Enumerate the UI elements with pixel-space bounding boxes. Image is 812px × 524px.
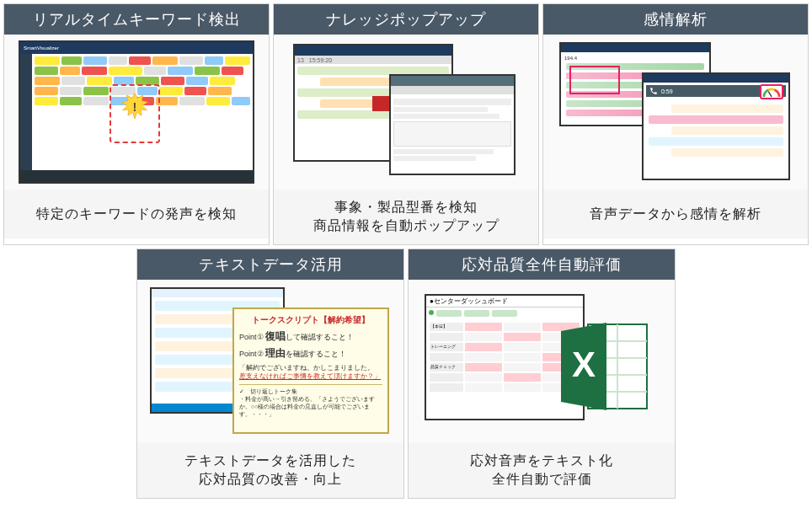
card-caption: 特定のキーワードの発声を検知 [4, 190, 269, 238]
card-caption: テキストデータを活用した 応対品質の改善・向上 [137, 443, 403, 498]
point2-label: Point② [239, 350, 264, 358]
marker-value: 194.4 [564, 56, 706, 61]
svg-text:X: X [572, 345, 596, 384]
excel-icon: X [554, 316, 655, 417]
card-thumbnail: ●センターダッシュボード 【本日】 トレーニング 品質チェック [409, 280, 675, 443]
dash-title: ●センターダッシュボード [430, 297, 508, 306]
row-label-0: 【本日】 [430, 323, 463, 331]
card-thumbnail: 194.4 0:59 00:26:10 [543, 35, 808, 190]
emotion-highlight [569, 66, 620, 94]
row-label-1: トレーニング [430, 343, 463, 351]
point2-word: 理由 [265, 347, 286, 359]
card-title: ナレッジポップアップ [274, 4, 538, 35]
dashboard-mock: SmartVisualizer [19, 40, 254, 184]
call-window: 0:59 00:26:10 [642, 72, 790, 180]
point1-rest: して確認すること！ [286, 333, 354, 341]
svg-line-3 [768, 91, 772, 96]
card-caption: 事象・製品型番を検知 商品情報を自動ポップアップ [274, 190, 538, 244]
card-caption: 応対音声をテキスト化 全件自動で評価 [409, 443, 675, 498]
card-thumbnail: SmartVisualizer [4, 35, 269, 190]
feature-card-autoeval: 応対品質全件自動評価 ●センターダッシュボード 【本日】 トレーニング [408, 249, 676, 499]
point1-label: Point① [239, 333, 264, 341]
timestamp-b: 15:59:20 [309, 57, 332, 63]
card-title: リアルタイムキーワード検出 [4, 4, 269, 35]
phone-icon [649, 87, 658, 95]
exclamation-icon: ! [121, 93, 148, 120]
bullet-head: ✓ 切り返しトーク集 [239, 388, 382, 395]
knowledge-window [389, 74, 516, 175]
card-caption: 音声データから感情を解析 [543, 190, 808, 238]
window-titlebar: SmartVisualizer [20, 42, 253, 54]
call-time: 0:59 [661, 88, 673, 94]
feature-card-keyword: リアルタイムキーワード検出 SmartVisualizer [3, 3, 270, 245]
textdata-mock: トークスクリプト【解約希望】 Point① 復唱して確認すること！ Point②… [148, 286, 393, 437]
popup-mock: 13 15:59:20 [288, 40, 524, 184]
card-title: 感情解析 [543, 4, 808, 35]
feature-card-textdata: テキストデータ活用 トークスクリプト【解約希望】 Point① 復唱して確認する… [136, 249, 404, 499]
script-quote-underline: 差支えなければご事情を教えて頂けますか？」 [239, 372, 381, 380]
gauge-icon [760, 84, 783, 99]
svg-text:!: ! [133, 100, 137, 114]
row-label-2: 品質チェック [430, 363, 463, 372]
timestamp-a: 13 [297, 57, 304, 63]
talkscript-panel: トークスクリプト【解約希望】 Point① 復唱して確認すること！ Point②… [232, 307, 389, 434]
app-name: SmartVisualizer [24, 45, 59, 51]
bullet-body: ・料金が高い→引き留める。「さようでございますか。○○様の場合は料金の見直しが可… [239, 395, 382, 418]
point2-rest: を確認すること！ [286, 350, 346, 358]
emotion-mock: 194.4 0:59 00:26:10 [558, 40, 793, 184]
card-title: 応対品質全件自動評価 [409, 249, 675, 280]
script-quote: 「解約でございますね。かしこまりました。 [239, 364, 374, 372]
feature-card-emotion: 感情解析 194.4 0:59 00:26:10 [542, 3, 809, 245]
script-title: トークスクリプト【解約希望】 [239, 314, 382, 326]
window-footer [20, 170, 253, 182]
card-thumbnail: 13 15:59:20 [274, 35, 538, 190]
feature-card-knowledge: ナレッジポップアップ 13 15:59:20 [273, 3, 539, 245]
autoeval-mock: ●センターダッシュボード 【本日】 トレーニング 品質チェック [419, 286, 664, 437]
sidebar [20, 54, 32, 172]
point1-word: 復唱 [265, 330, 286, 342]
card-title: テキストデータ活用 [137, 249, 403, 280]
card-thumbnail: トークスクリプト【解約希望】 Point① 復唱して確認すること！ Point②… [137, 280, 403, 443]
